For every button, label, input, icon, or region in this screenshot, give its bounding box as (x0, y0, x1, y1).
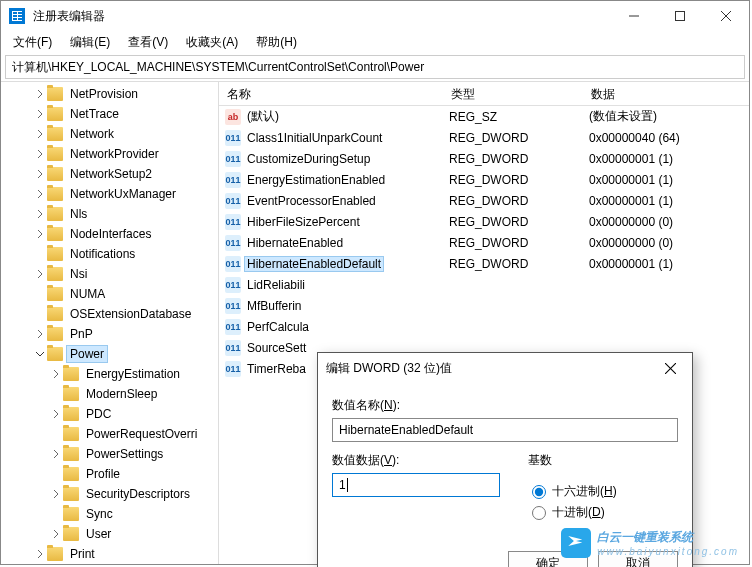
tree-item[interactable]: Print (1, 544, 218, 564)
tree-item[interactable]: PDC (1, 404, 218, 424)
content-area: NetProvisionNetTraceNetworkNetworkProvid… (1, 81, 749, 564)
tree-item[interactable]: NetworkProvider (1, 144, 218, 164)
menu-file[interactable]: 文件(F) (5, 32, 60, 53)
column-data[interactable]: 数据 (583, 82, 749, 105)
tree-label: Power (67, 346, 107, 362)
column-type[interactable]: 类型 (443, 82, 583, 105)
chevron-right-icon[interactable] (49, 490, 63, 498)
tree-label: SecurityDescriptors (83, 486, 193, 502)
folder-icon (47, 247, 63, 261)
svg-rect-1 (676, 12, 685, 21)
folder-icon (63, 367, 79, 381)
base-label: 基数 (528, 452, 678, 469)
chevron-down-icon[interactable] (33, 350, 47, 358)
list-row[interactable]: 011Class1InitialUnparkCountREG_DWORD0x00… (219, 127, 749, 148)
tree-item[interactable]: NetProvision (1, 84, 218, 104)
watermark: 白云一键重装系统 www.baiyunxitong.com (561, 528, 739, 558)
radio-dec[interactable]: 十进制(D) (532, 504, 672, 521)
chevron-right-icon[interactable] (33, 190, 47, 198)
folder-icon (63, 427, 79, 441)
list-row[interactable]: ab(默认)REG_SZ(数值未设置) (219, 106, 749, 127)
dialog-close-button[interactable] (656, 354, 684, 382)
tree-label: PnP (67, 326, 96, 342)
list-row[interactable]: 011HibernateEnabledDefaultREG_DWORD0x000… (219, 253, 749, 274)
chevron-right-icon[interactable] (33, 90, 47, 98)
list-row[interactable]: 011HiberFileSizePercentREG_DWORD0x000000… (219, 211, 749, 232)
menu-edit[interactable]: 编辑(E) (62, 32, 118, 53)
address-bar[interactable]: 计算机\HKEY_LOCAL_MACHINE\SYSTEM\CurrentCon… (5, 55, 745, 79)
chevron-right-icon[interactable] (33, 550, 47, 558)
folder-icon (47, 107, 63, 121)
tree-item[interactable]: NetworkSetup2 (1, 164, 218, 184)
list-row[interactable]: 011PerfCalcula (219, 316, 749, 337)
chevron-right-icon[interactable] (33, 210, 47, 218)
radio-hex-input[interactable] (532, 485, 546, 499)
list-row[interactable]: 011CustomizeDuringSetupREG_DWORD0x000000… (219, 148, 749, 169)
titlebar[interactable]: 注册表编辑器 (1, 1, 749, 31)
menu-favorites[interactable]: 收藏夹(A) (178, 32, 246, 53)
tree-item[interactable]: Network (1, 124, 218, 144)
tree-item[interactable]: PowerSettings (1, 444, 218, 464)
tree-item[interactable]: Power (1, 344, 218, 364)
tree-item[interactable]: Nls (1, 204, 218, 224)
key-tree[interactable]: NetProvisionNetTraceNetworkNetworkProvid… (1, 82, 219, 564)
watermark-sub: www.baiyunxitong.com (597, 546, 739, 557)
radio-dec-input[interactable] (532, 506, 546, 520)
value-name: HibernateEnabledDefault (245, 257, 383, 271)
list-row[interactable]: 011EventProcessorEnabledREG_DWORD0x00000… (219, 190, 749, 211)
minimize-button[interactable] (611, 1, 657, 31)
menu-help[interactable]: 帮助(H) (248, 32, 305, 53)
list-row[interactable]: 011EnergyEstimationEnabledREG_DWORD0x000… (219, 169, 749, 190)
list-row[interactable]: 011MfBufferin (219, 295, 749, 316)
list-row[interactable]: 011LidReliabili (219, 274, 749, 295)
chevron-right-icon[interactable] (33, 150, 47, 158)
folder-icon (63, 467, 79, 481)
value-type: REG_DWORD (443, 131, 583, 145)
folder-icon (63, 527, 79, 541)
tree-item[interactable]: SecurityDescriptors (1, 484, 218, 504)
text-caret (347, 478, 348, 492)
chevron-right-icon[interactable] (33, 170, 47, 178)
tree-item[interactable]: ModernSleep (1, 384, 218, 404)
radio-hex[interactable]: 十六进制(H) (532, 483, 672, 500)
chevron-right-icon[interactable] (33, 130, 47, 138)
chevron-right-icon[interactable] (33, 330, 47, 338)
value-data-input[interactable]: 1 (332, 473, 500, 497)
reg-dword-icon: 011 (225, 235, 241, 251)
tree-item[interactable]: Sync (1, 504, 218, 524)
folder-icon (63, 387, 79, 401)
value-type: REG_DWORD (443, 257, 583, 271)
tree-item[interactable]: OSExtensionDatabase (1, 304, 218, 324)
tree-item[interactable]: NetworkUxManager (1, 184, 218, 204)
menu-view[interactable]: 查看(V) (120, 32, 176, 53)
chevron-right-icon[interactable] (49, 410, 63, 418)
tree-item[interactable]: NetTrace (1, 104, 218, 124)
value-data: 0x00000040 (64) (583, 131, 749, 145)
tree-label: Nsi (67, 266, 90, 282)
tree-item[interactable]: PnP (1, 324, 218, 344)
tree-item[interactable]: PowerRequestOverri (1, 424, 218, 444)
chevron-right-icon[interactable] (33, 230, 47, 238)
value-name-input[interactable] (332, 418, 678, 442)
tree-item[interactable]: Notifications (1, 244, 218, 264)
tree-item[interactable]: Profile (1, 464, 218, 484)
reg-dword-icon: 011 (225, 361, 241, 377)
menubar: 文件(F) 编辑(E) 查看(V) 收藏夹(A) 帮助(H) (1, 31, 749, 53)
dialog-titlebar[interactable]: 编辑 DWORD (32 位)值 (318, 353, 692, 383)
chevron-right-icon[interactable] (49, 450, 63, 458)
chevron-right-icon[interactable] (33, 270, 47, 278)
chevron-right-icon[interactable] (49, 370, 63, 378)
chevron-right-icon[interactable] (49, 530, 63, 538)
maximize-button[interactable] (657, 1, 703, 31)
tree-item[interactable]: Nsi (1, 264, 218, 284)
column-name[interactable]: 名称 (219, 82, 443, 105)
list-row[interactable]: 011HibernateEnabledREG_DWORD0x00000000 (… (219, 232, 749, 253)
tree-label: Notifications (67, 246, 138, 262)
close-button[interactable] (703, 1, 749, 31)
list-header: 名称 类型 数据 (219, 82, 749, 106)
tree-item[interactable]: EnergyEstimation (1, 364, 218, 384)
tree-item[interactable]: NodeInterfaces (1, 224, 218, 244)
chevron-right-icon[interactable] (33, 110, 47, 118)
tree-item[interactable]: NUMA (1, 284, 218, 304)
tree-item[interactable]: User (1, 524, 218, 544)
